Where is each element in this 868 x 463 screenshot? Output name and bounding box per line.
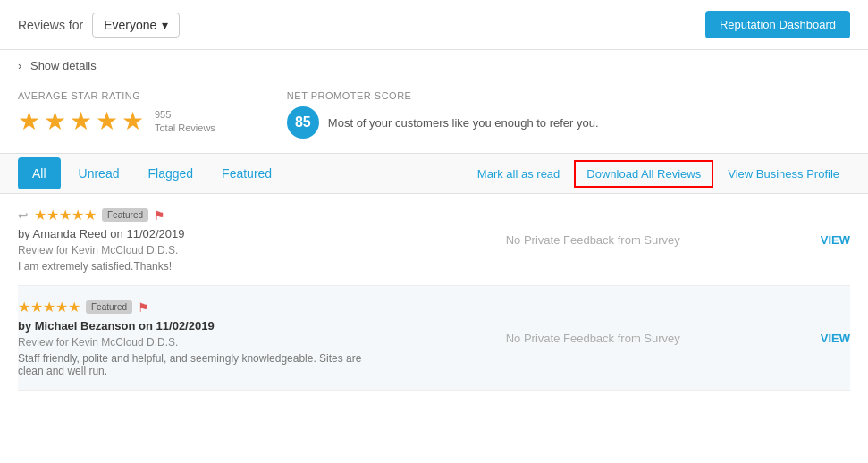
tab-featured[interactable]: Featured xyxy=(207,157,286,189)
review-left: ↩★★★★★Featured⚑by Amanda Reed on 11/02/2… xyxy=(18,206,408,273)
review-top-icons: ↩★★★★★Featured⚑ xyxy=(18,206,390,223)
show-details-label: Show details xyxy=(30,59,97,72)
tab-all[interactable]: All xyxy=(18,157,61,189)
review-star: ★ xyxy=(43,299,55,315)
review-star: ★ xyxy=(55,299,68,315)
everyone-label: Everyone xyxy=(104,18,156,32)
star-4: ★ xyxy=(96,106,118,136)
review-star: ★ xyxy=(46,207,59,223)
nps-section: NET PROMOTER SCORE 85 Most of your custo… xyxy=(287,90,599,139)
review-star: ★ xyxy=(30,299,43,315)
star-3: ★ xyxy=(70,106,92,136)
review-private-feedback: No Private Feedback from Survey xyxy=(408,299,780,377)
review-text: I am extremely satisfied.Thanks! xyxy=(18,260,390,273)
review-star: ★ xyxy=(68,299,80,315)
nps-score: 85 xyxy=(287,106,319,139)
tabs-bar: All Unread Flagged Featured Mark all as … xyxy=(0,153,868,194)
flag-icon: ⚑ xyxy=(154,208,165,223)
review-stars: ★★★★★ xyxy=(34,206,97,223)
view-link[interactable]: VIEW xyxy=(821,233,850,247)
review-stars: ★★★★★ xyxy=(18,299,80,316)
review-top-icons: ★★★★★Featured⚑ xyxy=(18,299,390,316)
star-5: ★ xyxy=(122,106,144,136)
total-reviews: 955 Total Reviews xyxy=(155,108,215,134)
reviews-for-section: Reviews for Everyone ▾ xyxy=(18,13,180,38)
nps-label: NET PROMOTER SCORE xyxy=(287,90,599,101)
review-for: Review for Kevin McCloud D.D.S. xyxy=(18,336,390,349)
review-for: Review for Kevin McCloud D.D.S. xyxy=(18,244,390,257)
review-star: ★ xyxy=(18,299,30,315)
review-right: VIEW xyxy=(779,206,850,273)
total-label: Total Reviews xyxy=(155,122,215,133)
star-2: ★ xyxy=(44,106,66,136)
featured-badge: Featured xyxy=(102,208,148,222)
review-star: ★ xyxy=(59,207,72,223)
avg-rating-section: AVERAGE STAR RATING ★ ★ ★ ★ ★ 955 Total … xyxy=(18,90,215,136)
flag-icon: ⚑ xyxy=(138,300,149,315)
review-right: VIEW xyxy=(779,299,850,377)
mark-all-read-button[interactable]: Mark all as read xyxy=(467,158,570,189)
tab-flagged[interactable]: Flagged xyxy=(133,157,207,189)
review-author: by Amanda Reed on 11/02/2019 xyxy=(18,227,390,240)
stars-row: ★ ★ ★ ★ ★ 955 Total Reviews xyxy=(18,106,215,136)
avg-label: AVERAGE STAR RATING xyxy=(18,90,215,101)
review-left: ★★★★★Featured⚑by Michael Bezanson on 11/… xyxy=(18,299,408,377)
reviews-list: ↩★★★★★Featured⚑by Amanda Reed on 11/02/2… xyxy=(0,194,868,391)
total-count: 955 xyxy=(155,109,171,120)
reputation-dashboard-button[interactable]: Reputation Dashboard xyxy=(705,11,850,38)
view-business-profile-button[interactable]: View Business Profile xyxy=(717,158,850,189)
top-bar: Reviews for Everyone ▾ Reputation Dashbo… xyxy=(0,0,868,50)
review-private-feedback: No Private Feedback from Survey xyxy=(408,206,780,273)
chevron-down-icon: ▾ xyxy=(162,18,168,32)
review-row: ★★★★★Featured⚑by Michael Bezanson on 11/… xyxy=(18,286,850,391)
tab-unread[interactable]: Unread xyxy=(64,157,134,189)
review-star: ★ xyxy=(72,207,84,223)
featured-badge: Featured xyxy=(86,300,132,314)
star-1: ★ xyxy=(18,106,40,136)
reviews-for-label: Reviews for xyxy=(18,18,83,32)
review-row: ↩★★★★★Featured⚑by Amanda Reed on 11/02/2… xyxy=(18,194,850,286)
review-star: ★ xyxy=(34,207,46,223)
review-author: by Michael Bezanson on 11/02/2019 xyxy=(18,319,390,333)
nps-text: Most of your customers like you enough t… xyxy=(328,116,599,130)
chevron-right-icon: › xyxy=(18,59,21,72)
review-star: ★ xyxy=(84,207,97,223)
download-reviews-button[interactable]: Download All Reviews xyxy=(574,160,713,188)
show-details-toggle[interactable]: › Show details xyxy=(0,50,868,81)
everyone-dropdown[interactable]: Everyone ▾ xyxy=(92,13,180,38)
nps-content: 85 Most of your customers like you enoug… xyxy=(287,106,599,139)
review-text: Staff friendly, polite and helpful, and … xyxy=(18,352,390,377)
stats-row: AVERAGE STAR RATING ★ ★ ★ ★ ★ 955 Total … xyxy=(0,81,868,153)
view-link[interactable]: VIEW xyxy=(821,332,850,345)
reply-icon: ↩ xyxy=(18,208,29,223)
